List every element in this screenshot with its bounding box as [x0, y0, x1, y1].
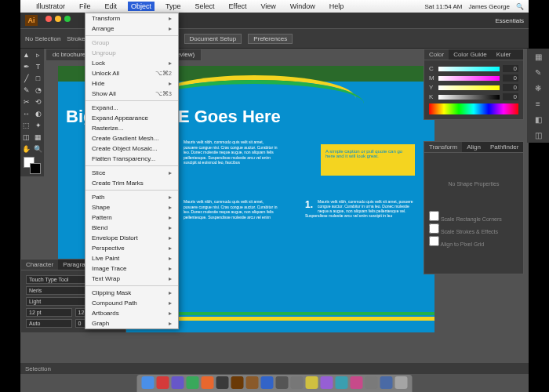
- menuitem-unlock-all[interactable]: Unlock All⌥⌘2: [85, 68, 178, 78]
- tab-pathfinder[interactable]: Pathfinder: [485, 142, 523, 152]
- tool-2[interactable]: ✒: [20, 60, 32, 72]
- brushes-icon[interactable]: ✎: [527, 64, 549, 80]
- dock-app-13[interactable]: [336, 376, 348, 389]
- dock-app-12[interactable]: [321, 376, 333, 389]
- dock-app-15[interactable]: [365, 376, 378, 389]
- menuitem-rasterize-[interactable]: Rasterize...: [85, 123, 178, 133]
- menuitem-flatten-transparency-[interactable]: Flatten Transparency...: [85, 154, 178, 164]
- tool-15[interactable]: ▦: [32, 131, 44, 143]
- c-slider[interactable]: [438, 67, 500, 71]
- menu-window[interactable]: Window: [287, 2, 318, 11]
- tool-3[interactable]: T: [32, 60, 44, 72]
- k-slider[interactable]: [438, 95, 500, 100]
- transform-panel[interactable]: Transform Align Pathfinder No Shape Prop…: [424, 141, 524, 274]
- tab-character[interactable]: Character: [21, 260, 58, 270]
- close-icon[interactable]: [45, 16, 52, 22]
- tab-kuler[interactable]: Kuler: [492, 49, 516, 60]
- dock-app-1[interactable]: [157, 376, 169, 389]
- cb-scale-corners[interactable]: Scale Rectangle Corners: [429, 210, 518, 223]
- tool-12[interactable]: ⬚: [20, 119, 32, 131]
- tool-4[interactable]: ╱: [20, 72, 32, 84]
- symbols-icon[interactable]: ❋: [527, 80, 549, 96]
- tab-color[interactable]: Color: [424, 49, 449, 60]
- workspace-switcher[interactable]: Essentials: [496, 17, 524, 24]
- menuitem-hide[interactable]: Hide▸: [85, 78, 178, 89]
- menuitem-create-trim-marks[interactable]: Create Trim Marks: [85, 178, 178, 188]
- menuitem-live-paint[interactable]: Live Paint▸: [85, 253, 178, 263]
- color-panel[interactable]: Color Color Guide Kuler C0 M0 Y0 K0: [424, 49, 524, 120]
- layers-icon[interactable]: ◫: [527, 127, 549, 143]
- tab-transform[interactable]: Transform: [424, 142, 462, 152]
- menu-object[interactable]: Object: [128, 2, 155, 11]
- tool-0[interactable]: ▲: [20, 49, 32, 60]
- zoom-icon[interactable]: [64, 16, 71, 22]
- menuitem-create-object-mosaic-[interactable]: Create Object Mosaic...: [85, 143, 178, 154]
- dock-app-2[interactable]: [172, 376, 184, 389]
- dock-app-10[interactable]: [291, 376, 304, 389]
- cb-align-pixel[interactable]: Align to Pixel Grid: [429, 235, 518, 248]
- fill-stroke-swatch[interactable]: [24, 157, 41, 174]
- dock-app-7[interactable]: [246, 376, 259, 389]
- dock-app-8[interactable]: [261, 376, 274, 389]
- tool-8[interactable]: ✂: [20, 96, 32, 107]
- dock-app-3[interactable]: [187, 376, 199, 389]
- menuitem-envelope-distort[interactable]: Envelope Distort▸: [85, 233, 178, 243]
- menuitem-create-gradient-mesh-[interactable]: Create Gradient Mesh...: [85, 133, 178, 143]
- dock-app-11[interactable]: [306, 376, 318, 389]
- menuitem-expand-appearance[interactable]: Expand Appearance: [85, 113, 178, 123]
- menuitem-image-trace[interactable]: Image Trace▸: [85, 263, 178, 274]
- menuitem-compound-path[interactable]: Compound Path▸: [85, 298, 178, 308]
- menuitem-show-all[interactable]: Show All⌥⌘3: [85, 89, 178, 99]
- spotlight-icon[interactable]: 🔍: [516, 3, 524, 10]
- dock-app-16[interactable]: [380, 376, 393, 389]
- tool-17[interactable]: 🔍: [32, 143, 44, 154]
- c-value[interactable]: 0: [503, 65, 518, 72]
- y-value[interactable]: 0: [503, 84, 518, 91]
- menuitem-path[interactable]: Path▸: [85, 192, 178, 202]
- minimize-icon[interactable]: [55, 16, 61, 22]
- menu-view[interactable]: View: [257, 2, 278, 11]
- kerning-field[interactable]: Auto: [26, 319, 72, 328]
- menuitem-arrange[interactable]: Arrange▸: [85, 24, 178, 34]
- menu-type[interactable]: Type: [162, 2, 184, 11]
- gradient-icon[interactable]: ◧: [527, 111, 549, 127]
- swatches-icon[interactable]: ▦: [527, 49, 549, 64]
- dock-app-5[interactable]: [216, 376, 229, 389]
- menuitem-blend[interactable]: Blend▸: [85, 223, 178, 233]
- menu-effect[interactable]: Effect: [226, 2, 250, 11]
- menu-file[interactable]: File: [76, 2, 94, 11]
- menu-app[interactable]: Illustrator: [33, 2, 68, 11]
- menu-select[interactable]: Select: [192, 2, 218, 11]
- y-slider[interactable]: [438, 85, 500, 90]
- dock-app-0[interactable]: [142, 376, 155, 389]
- menuitem-transform[interactable]: Transform▸: [85, 13, 178, 24]
- tool-10[interactable]: ↔: [20, 107, 32, 119]
- menuitem-slice[interactable]: Slice▸: [85, 168, 178, 178]
- tool-9[interactable]: ⟲: [32, 96, 44, 107]
- k-value[interactable]: 0: [503, 93, 518, 100]
- menuitem-text-wrap[interactable]: Text Wrap▸: [85, 274, 178, 284]
- m-value[interactable]: 0: [503, 74, 518, 82]
- document-setup-button[interactable]: Document Setup: [184, 34, 242, 44]
- menu-user[interactable]: James George: [469, 3, 510, 10]
- dock-app-17[interactable]: [395, 376, 408, 389]
- menuitem-pattern[interactable]: Pattern▸: [85, 212, 178, 223]
- tool-13[interactable]: ✦: [32, 119, 44, 131]
- tool-5[interactable]: □: [32, 72, 44, 84]
- menuitem-perspective[interactable]: Perspective▸: [85, 243, 178, 253]
- dock-app-9[interactable]: [276, 376, 289, 389]
- menuitem-shape[interactable]: Shape▸: [85, 202, 178, 212]
- menuitem-graph[interactable]: Graph▸: [85, 318, 178, 328]
- menu-help[interactable]: Help: [326, 2, 347, 11]
- menuitem-lock[interactable]: Lock▸: [85, 58, 178, 68]
- tab-align[interactable]: Align: [462, 142, 485, 152]
- menuitem-artboards[interactable]: Artboards▸: [85, 308, 178, 318]
- tool-1[interactable]: ▹: [32, 49, 44, 60]
- dock-app-14[interactable]: [351, 376, 363, 389]
- tool-6[interactable]: ✎: [20, 84, 32, 96]
- dock-app-4[interactable]: [202, 376, 214, 389]
- m-slider[interactable]: [438, 76, 500, 81]
- preferences-button[interactable]: Preferences: [248, 34, 293, 44]
- menu-edit[interactable]: Edit: [102, 2, 121, 11]
- tool-11[interactable]: ◐: [32, 107, 44, 119]
